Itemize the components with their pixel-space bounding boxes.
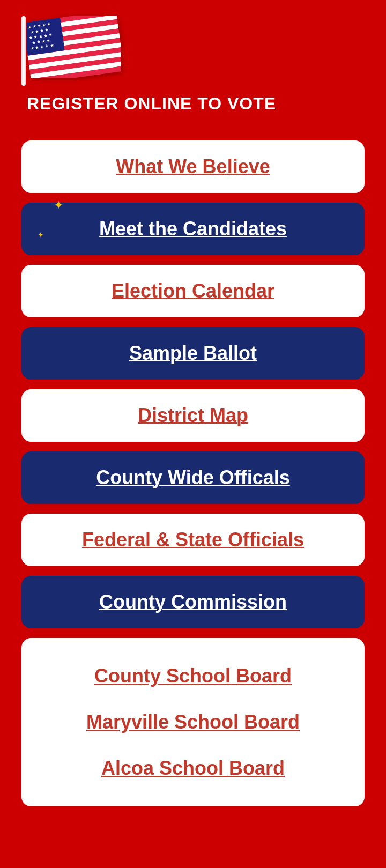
- county-wide-officials-label: County Wide Officals: [96, 466, 290, 488]
- alcoa-school-board-label: Alcoa School Board: [101, 757, 285, 779]
- federal-state-officials-label: Federal & State Officials: [82, 529, 304, 551]
- county-commission-button[interactable]: County Commission: [21, 576, 365, 628]
- meet-candidates-container: ✦ Meet the Candidates ✦: [21, 203, 365, 255]
- flag-pole: [21, 16, 26, 86]
- flag-container: ★ ★ ★ ★ ★ ★ ★ ★ ★ ★ ★ ★ ★ ★ ★ ★ ★ ★ ★ ★ …: [21, 16, 118, 86]
- county-wide-officials-button[interactable]: County Wide Officals: [21, 451, 365, 504]
- election-calendar-label: Election Calendar: [112, 280, 274, 302]
- maryville-school-board-button[interactable]: Maryville School Board: [32, 699, 354, 745]
- header: ★ ★ ★ ★ ★ ★ ★ ★ ★ ★ ★ ★ ★ ★ ★ ★ ★ ★ ★ ★ …: [0, 0, 386, 130]
- sample-ballot-label: Sample Ballot: [129, 342, 257, 364]
- alcoa-school-board-button[interactable]: Alcoa School Board: [32, 745, 354, 791]
- flag-icon: ★ ★ ★ ★ ★ ★ ★ ★ ★ ★ ★ ★ ★ ★ ★ ★ ★ ★ ★ ★ …: [27, 16, 121, 78]
- school-boards-card: County School Board Maryville School Boa…: [21, 638, 365, 806]
- menu-container: What We Believe ✦ Meet the Candidates ✦ …: [0, 130, 386, 828]
- meet-candidates-button[interactable]: Meet the Candidates: [21, 203, 365, 255]
- maryville-school-board-label: Maryville School Board: [86, 711, 300, 733]
- what-we-believe-button[interactable]: What We Believe: [21, 140, 365, 193]
- federal-state-officials-button[interactable]: Federal & State Officials: [21, 514, 365, 566]
- district-map-button[interactable]: District Map: [21, 389, 365, 442]
- county-school-board-label: County School Board: [94, 665, 292, 687]
- county-school-board-button[interactable]: County School Board: [32, 653, 354, 699]
- county-commission-label: County Commission: [99, 591, 287, 613]
- sample-ballot-button[interactable]: Sample Ballot: [21, 327, 365, 380]
- sparkle-bottom-icon: ✦: [38, 231, 44, 239]
- district-map-label: District Map: [138, 404, 248, 426]
- header-title: REGISTER ONLINE TO VOTE: [21, 94, 276, 114]
- meet-candidates-label: Meet the Candidates: [99, 218, 287, 240]
- what-we-believe-label: What We Believe: [116, 155, 270, 177]
- sparkle-top-icon: ✦: [54, 198, 63, 212]
- election-calendar-button[interactable]: Election Calendar: [21, 265, 365, 317]
